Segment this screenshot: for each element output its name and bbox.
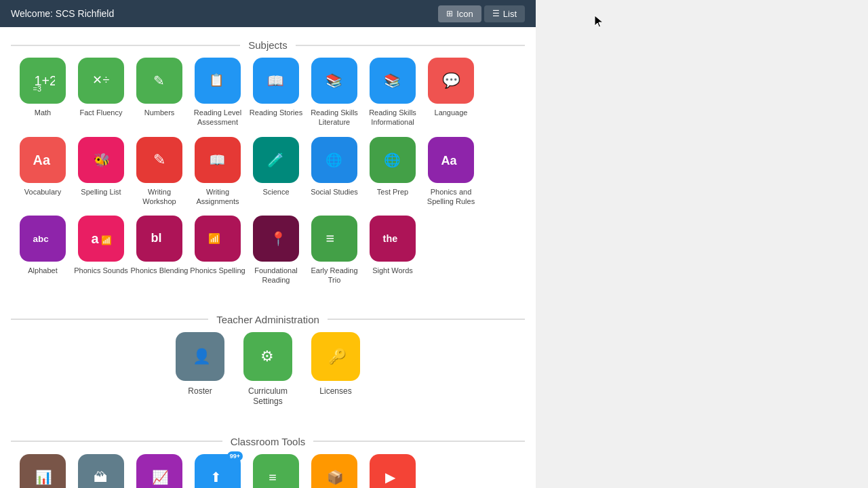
admin-item-licenses[interactable]: 🔑Licenses (302, 332, 370, 407)
subject-item-fact-fluency[interactable]: ✕÷Fact Fluency (72, 58, 130, 127)
subject-icon-writing-assignments: 📖 (195, 137, 241, 183)
admin-icon-curriculum-settings: ⚙ (243, 332, 292, 381)
subject-icon-reading-stories: 📖 (253, 58, 299, 104)
svg-text:🧪: 🧪 (267, 152, 284, 168)
list-icon: ☰ (492, 9, 500, 18)
svg-text:📶: 📶 (101, 235, 112, 246)
main-panel: Welcome: SCS Richfield ⊞ Icon ☰ List Sub… (0, 0, 536, 488)
classroom-item-tool-6[interactable]: 📦 (305, 454, 363, 488)
subject-item-numbers[interactable]: ✎Numbers (130, 58, 189, 127)
subject-label-phonics-spelling-rules: Phonics and Spelling Rules (422, 187, 480, 207)
admin-item-curriculum-settings[interactable]: ⚙Curriculum Settings (234, 332, 302, 407)
subject-icon-fact-fluency: ✕÷ (78, 58, 124, 104)
subject-label-phonics-spelling: Phonics Spelling (190, 266, 245, 275)
subject-icon-reading-skills-lit: 📚 (311, 58, 357, 104)
subject-icon-phonics-sounds: a📶 (78, 216, 124, 262)
admin-icon-roster: 👤 (176, 332, 224, 381)
svg-text:📶: 📶 (208, 233, 220, 245)
svg-text:=3: =3 (33, 85, 41, 93)
subject-item-vocabulary[interactable]: AaVocabulary (14, 137, 72, 207)
subject-icon-writing-workshop: ✎ (136, 137, 182, 183)
divider-left-admin (11, 319, 208, 320)
subject-item-phonics-sounds[interactable]: a📶Phonics Sounds (72, 216, 130, 285)
subject-label-vocabulary: Vocabulary (24, 187, 61, 197)
admin-label-licenses: Licenses (319, 386, 351, 397)
icon-view-button[interactable]: ⊞ Icon (438, 5, 481, 22)
svg-text:✎: ✎ (153, 73, 165, 88)
subject-item-social-studies[interactable]: 🌐Social Studies (305, 137, 363, 207)
classroom-icon-tool-3: 📈 (136, 454, 182, 488)
svg-text:⬆: ⬆ (210, 470, 222, 485)
classroom-icon-tool-6: 📦 (311, 454, 357, 488)
classroom-grid: 📊🏔📈99+⬆≡📦▶ (0, 454, 536, 488)
list-view-button[interactable]: ☰ List (484, 5, 525, 22)
svg-text:✕÷: ✕÷ (92, 73, 109, 87)
svg-text:⚙: ⚙ (260, 348, 274, 365)
subject-item-test-prep[interactable]: 🌐Test Prep (363, 137, 422, 207)
subject-icon-social-studies: 🌐 (311, 137, 357, 183)
subject-label-reading-skills-info: Reading Skills Informational (363, 108, 422, 127)
badge-tool-4: 99+ (227, 451, 243, 461)
svg-text:a: a (92, 231, 100, 246)
classroom-item-tool-5[interactable]: ≡ (247, 454, 305, 488)
subject-label-phonics-blending: Phonics Blending (130, 266, 188, 275)
subject-item-language[interactable]: 💬Language (422, 58, 480, 127)
svg-text:👤: 👤 (193, 347, 211, 365)
subject-icon-phonics-spelling-rules: Aa (428, 137, 474, 183)
subject-icon-numbers: ✎ (136, 58, 182, 104)
subject-icon-alphabet: abc (20, 216, 66, 262)
icon-label: Icon (456, 9, 473, 19)
subject-icon-reading-level: 📋 (195, 58, 241, 104)
subject-icon-phonics-blending: bl (136, 216, 182, 262)
teacher-admin-title: Teacher Administration (216, 314, 319, 325)
subject-item-phonics-blending[interactable]: blPhonics Blending (130, 216, 189, 285)
subject-item-reading-skills-info[interactable]: 📚Reading Skills Informational (363, 58, 422, 127)
subject-item-reading-stories[interactable]: 📖Reading Stories (247, 58, 305, 127)
subject-item-sight-words[interactable]: theSight Words (363, 216, 422, 285)
subject-item-early-reading[interactable]: ≡Early Reading Trio (305, 216, 363, 285)
svg-text:bl: bl (151, 232, 161, 245)
subject-item-phonics-spelling[interactable]: 📶Phonics Spelling (189, 216, 247, 285)
svg-text:💬: 💬 (442, 71, 460, 89)
right-panel (536, 0, 868, 488)
svg-text:Aa: Aa (441, 154, 458, 167)
subject-item-writing-workshop[interactable]: ✎Writing Workshop (130, 137, 189, 207)
subject-label-reading-level: Reading Level Assessment (189, 108, 247, 127)
subject-label-social-studies: Social Studies (311, 187, 358, 197)
subject-item-alphabet[interactable]: abcAlphabet (14, 216, 72, 285)
welcome-text: Welcome: SCS Richfield (11, 8, 114, 19)
svg-text:▶: ▶ (385, 470, 396, 485)
classroom-item-tool-7[interactable]: ▶ (363, 454, 422, 488)
subject-icon-foundational-reading: 📍 (253, 216, 299, 262)
admin-label-curriculum-settings: Curriculum Settings (234, 386, 302, 407)
subject-item-reading-skills-lit[interactable]: 📚Reading Skills Literature (305, 58, 363, 127)
subject-item-spelling-list[interactable]: 🐝Spelling List (72, 137, 130, 207)
subject-label-phonics-sounds: Phonics Sounds (74, 266, 128, 275)
cursor (594, 15, 604, 28)
subject-item-reading-level[interactable]: 📋Reading Level Assessment (189, 58, 247, 127)
grid-icon: ⊞ (446, 9, 453, 18)
divider-right-ct (313, 441, 525, 442)
admin-item-roster[interactable]: 👤Roster (166, 332, 234, 407)
divider-right (296, 45, 525, 46)
subject-label-test-prep: Test Prep (377, 187, 408, 197)
classroom-item-tool-3[interactable]: 📈 (130, 454, 189, 488)
subject-item-phonics-spelling-rules[interactable]: AaPhonics and Spelling Rules (422, 137, 480, 207)
classroom-item-tool-4[interactable]: 99+⬆ (189, 454, 247, 488)
subject-label-alphabet: Alphabet (28, 266, 57, 275)
subject-label-reading-skills-lit: Reading Skills Literature (305, 108, 363, 127)
subject-item-writing-assignments[interactable]: 📖Writing Assignments (189, 137, 247, 207)
svg-text:📈: 📈 (152, 469, 169, 485)
subject-icon-test-prep: 🌐 (370, 137, 416, 183)
subject-label-foundational-reading: Foundational Reading (247, 266, 305, 285)
subject-item-science[interactable]: 🧪Science (247, 137, 305, 207)
subjects-grid: 1+2=3Math✕÷Fact Fluency✎Numbers📋Reading … (0, 58, 536, 302)
subject-icon-sight-words: the (370, 216, 416, 262)
subject-label-reading-stories: Reading Stories (250, 108, 302, 117)
classroom-item-tool-2[interactable]: 🏔 (72, 454, 130, 488)
subject-item-foundational-reading[interactable]: 📍Foundational Reading (247, 216, 305, 285)
subject-icon-reading-skills-info: 📚 (370, 58, 416, 104)
classroom-item-tool-1[interactable]: 📊 (14, 454, 72, 488)
subject-item-math[interactable]: 1+2=3Math (14, 58, 72, 127)
subject-label-science: Science (262, 187, 289, 197)
